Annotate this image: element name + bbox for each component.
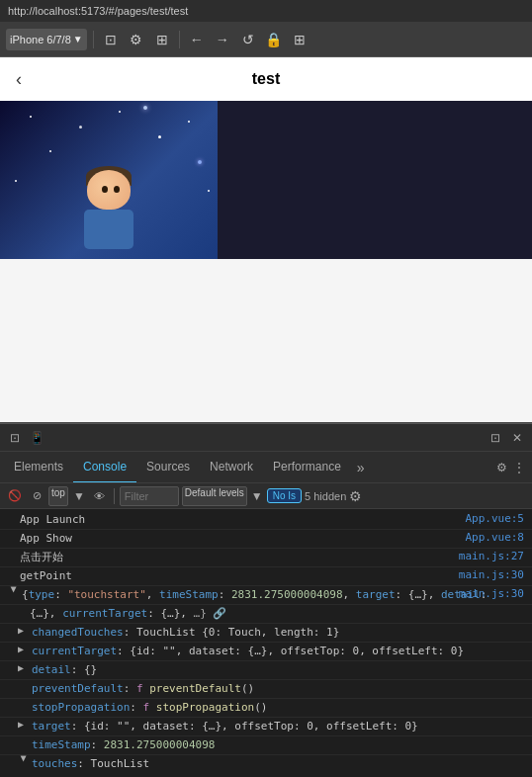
tab-console[interactable]: Console (73, 452, 136, 483)
chevron-down-icon: ▼ (73, 34, 83, 44)
log-object-main: ▶ {type: "touchstart", timeStamp: 2831.2… (0, 586, 532, 605)
close-devtools-icon[interactable]: ✕ (508, 429, 526, 447)
log-touches: ▶ touches: TouchList (0, 755, 532, 773)
filter-input[interactable] (120, 486, 179, 506)
back-button[interactable]: ‹ (16, 69, 22, 90)
browser-toolbar: iPhone 6/7/8 ▼ ⊡ ⚙ ⊞ ← → ↺ 🔒 ⊞ (0, 22, 532, 57)
default-levels-label: Default levels (185, 487, 244, 498)
more-tabs-icon[interactable]: » (351, 460, 371, 475)
console-settings-icon[interactable]: ⚙ (349, 488, 362, 504)
phone-screen: ‹ test (0, 57, 532, 423)
page-title: test (252, 70, 280, 88)
back-nav-icon[interactable]: ← (186, 29, 208, 50)
console-toolbar: 🚫 ⊘ top ▼ 👁 Default levels ▼ No Is 5 hid… (0, 483, 532, 509)
reload-icon[interactable]: ↺ (237, 29, 259, 50)
sep-2 (179, 31, 180, 48)
devtools-panel: ⊡ 📱 ⊡ ✕ Elements Console Sources Network… (0, 423, 532, 773)
device-toggle-icon[interactable]: 📱 (28, 429, 45, 447)
devtools-more-icon[interactable]: ⋮ (510, 459, 528, 476)
expand-current-target-icon[interactable]: ▶ (18, 644, 30, 654)
sep-console (114, 488, 115, 504)
forward-nav-icon[interactable]: → (212, 29, 233, 50)
hidden-count: 5 hidden (305, 490, 346, 502)
log-changed-touches: ▶ changedTouches: TouchList {0: Touch, l… (0, 624, 532, 643)
character-figure (79, 170, 138, 249)
no-issues-badge[interactable]: No Is (267, 488, 302, 503)
context-selector[interactable]: top (48, 486, 68, 506)
devtools-topbar: ⊡ 📱 ⊡ ✕ (0, 424, 532, 452)
eye-icon[interactable]: 👁 (90, 486, 109, 506)
log-current-target: ▶ currentTarget: {id: "", dataset: {…}, … (0, 643, 532, 661)
grid-icon[interactable]: ⊞ (289, 29, 310, 50)
devtools-tabs: Elements Console Sources Network Perform… (0, 452, 532, 483)
log-target: ▶ target: {id: "", dataset: {…}, offsetT… (0, 718, 532, 736)
source-link-app-show[interactable]: App.vue:8 (465, 531, 524, 544)
dock-icon[interactable]: ⊡ (487, 429, 504, 447)
devtools-settings-icon[interactable]: ⚙ (492, 459, 510, 476)
expand-target-icon[interactable]: ▶ (18, 719, 30, 730)
address-bar[interactable]: http://localhost:5173/#/pages/test/test (0, 0, 532, 22)
sep-1 (93, 31, 94, 48)
tab-sources[interactable]: Sources (136, 452, 200, 483)
log-stop-propagation: ▶ stopPropagation: f stopPropagation() (0, 699, 532, 718)
expand-changed-touches-icon[interactable]: ▶ (18, 625, 30, 636)
clear-console-icon[interactable]: 🚫 (4, 486, 26, 506)
lock-icon[interactable]: 🔒 (263, 29, 285, 50)
source-link-object[interactable]: main.js:30 (459, 587, 524, 600)
expand-touches-icon[interactable]: ▶ (19, 756, 30, 768)
context-label: top (51, 487, 65, 498)
device-label: iPhone 6/7/8 (10, 34, 71, 45)
device-selector[interactable]: iPhone 6/7/8 ▼ (6, 29, 87, 50)
source-link-click-start[interactable]: main.js:27 (459, 550, 524, 562)
log-timestamp: ▶ timeStamp: 2831.275000004098 (0, 736, 532, 755)
devtools-right-icons: ⊡ ✕ (487, 429, 526, 447)
log-app-show: App Show App.vue:8 (0, 530, 532, 549)
log-prevent-default: ▶ preventDefault: f preventDefault() (0, 680, 532, 699)
log-click-start: 点击开始 main.js:27 (0, 549, 532, 567)
log-object-cont: {…}, currentTarget: {…}, …} 🔗 (0, 605, 532, 624)
console-output: App Launch App.vue:5 App Show App.vue:8 … (0, 509, 532, 773)
display-icon[interactable]: ⊞ (151, 29, 173, 50)
screenshot-icon[interactable]: ⊡ (100, 29, 122, 50)
tab-performance[interactable]: Performance (263, 452, 351, 483)
tab-network[interactable]: Network (200, 452, 263, 483)
log-detail: ▶ detail: {} (0, 661, 532, 680)
log-app-launch: App Launch App.vue:5 (0, 511, 532, 530)
hero-image (0, 101, 218, 259)
inspect-element-icon[interactable]: ⊡ (6, 429, 24, 447)
filter-toggle-icon[interactable]: ⊘ (29, 486, 45, 506)
page-content-area (0, 259, 532, 423)
expand-object-icon[interactable]: ▶ (9, 587, 20, 599)
devtools-left-icons: ⊡ 📱 (6, 429, 45, 447)
url-text: http://localhost:5173/#/pages/test/test (8, 5, 188, 17)
source-link-get-point[interactable]: main.js:30 (459, 568, 524, 581)
source-link-app-launch[interactable]: App.vue:5 (465, 512, 524, 525)
tab-elements[interactable]: Elements (4, 452, 73, 483)
expand-detail-icon[interactable]: ▶ (18, 662, 30, 673)
phone-header: ‹ test (0, 57, 532, 101)
default-levels-selector[interactable]: Default levels (182, 486, 247, 506)
settings-icon[interactable]: ⚙ (126, 29, 147, 50)
log-get-point: getPoint main.js:30 (0, 567, 532, 586)
